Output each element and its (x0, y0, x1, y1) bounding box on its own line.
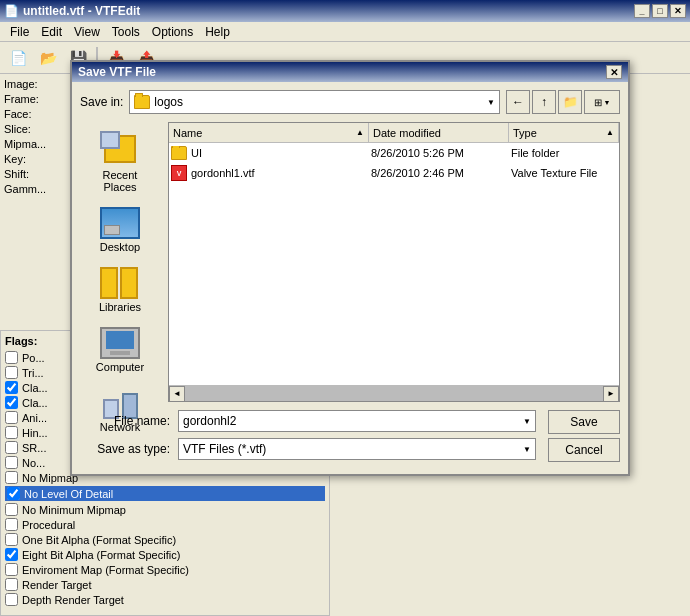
col-date-header[interactable]: Date modified ▲ (369, 123, 509, 142)
menu-edit[interactable]: Edit (35, 23, 68, 41)
savetype-row: Save as type: VTF Files (*.vtf) ▼ (80, 438, 536, 460)
flag-ani-checkbox[interactable] (5, 411, 18, 424)
file-cell-date-ui: 8/26/2010 5:26 PM (371, 147, 511, 159)
nav-desktop[interactable]: Desktop (84, 202, 156, 258)
save-in-label: Save in: (80, 95, 123, 109)
computer-icon (100, 327, 140, 359)
flag-cla2-checkbox[interactable] (5, 396, 18, 409)
mipmap-label: Mipma... (4, 138, 70, 150)
filename-input[interactable]: gordonhl2 ▼ (178, 410, 536, 432)
new-button[interactable]: 📄 (4, 45, 32, 71)
title-bar: 📄 untitled.vtf - VTFEdit _ □ ✕ (0, 0, 690, 22)
flag-cla1-checkbox[interactable] (5, 381, 18, 394)
libraries-icon (100, 267, 140, 299)
window-title: untitled.vtf - VTFEdit (23, 4, 140, 18)
nav-computer[interactable]: Computer (84, 322, 156, 378)
file-cell-type-ui: File folder (511, 147, 617, 159)
save-in-combo[interactable]: logos ▼ (129, 90, 500, 114)
flag-no1-checkbox[interactable] (5, 456, 18, 469)
horizontal-scrollbar[interactable]: ◄ ► (169, 385, 619, 401)
flag-no-lod-checkbox[interactable] (7, 487, 20, 500)
nav-back-button[interactable]: ← (506, 90, 530, 114)
file-list-body[interactable]: UI 8/26/2010 5:26 PM File folder V (169, 143, 619, 385)
flag-sr-checkbox[interactable] (5, 441, 18, 454)
menu-tools[interactable]: Tools (106, 23, 146, 41)
filename-row: File name: gordonhl2 ▼ (80, 410, 536, 432)
dialog-form: File name: gordonhl2 ▼ Save as type: VTF… (80, 410, 620, 466)
type-sort-indicator: ▲ (606, 128, 614, 137)
flag-render-target-checkbox[interactable] (5, 578, 18, 591)
libraries-label: Libraries (99, 301, 141, 313)
menu-view[interactable]: View (68, 23, 106, 41)
file-cell-name-ui: UI (171, 146, 371, 160)
maximize-button[interactable]: □ (652, 4, 668, 18)
flag-env-map: Enviroment Map (Format Specific) (5, 563, 325, 576)
flag-no-mipmap-checkbox[interactable] (5, 471, 18, 484)
filename-label: File name: (80, 414, 170, 428)
close-button[interactable]: ✕ (670, 4, 686, 18)
dialog-cancel-button[interactable]: Cancel (548, 438, 620, 462)
desktop-label: Desktop (100, 241, 140, 253)
flag-one-bit-alpha-checkbox[interactable] (5, 533, 18, 546)
flag-tri-checkbox[interactable] (5, 366, 18, 379)
col-type-header[interactable]: Type ▲ (509, 123, 619, 142)
scroll-track[interactable] (185, 386, 603, 402)
flag-procedural-checkbox[interactable] (5, 518, 18, 531)
flag-hin-checkbox[interactable] (5, 426, 18, 439)
app-icon: 📄 (4, 4, 19, 18)
scroll-left-button[interactable]: ◄ (169, 386, 185, 402)
flag-eight-bit-alpha: Eight Bit Alpha (Format Specific) (5, 548, 325, 561)
desktop-icon (100, 207, 140, 239)
dialog-close-button[interactable]: ✕ (606, 65, 622, 79)
dialog-title-bar: Save VTF File ✕ (72, 62, 628, 82)
gamma-label: Gamm... (4, 183, 70, 195)
file-cell-type-gordon: Valve Texture File (511, 167, 617, 179)
nav-toolbar: ← ↑ 📁 ⊞▼ (506, 90, 620, 114)
shift-label: Shift: (4, 168, 70, 180)
flag-depth-render-target-checkbox[interactable] (5, 593, 18, 606)
menu-file[interactable]: File (4, 23, 35, 41)
combo-dropdown-arrow: ▼ (487, 98, 495, 107)
form-left: File name: gordonhl2 ▼ Save as type: VTF… (80, 410, 536, 466)
view-menu-button[interactable]: ⊞▼ (584, 90, 620, 114)
file-row-gordonhl1[interactable]: V gordonhl1.vtf 8/26/2010 2:46 PM Valve … (169, 163, 619, 183)
dialog-content: Recent Places Desktop Libraries (80, 122, 620, 402)
dialog-title: Save VTF File (78, 65, 156, 79)
flag-eight-bit-alpha-checkbox[interactable] (5, 548, 18, 561)
folder-icon (134, 95, 150, 109)
open-button[interactable]: 📂 (34, 45, 62, 71)
file-cell-date-gordon: 8/26/2010 2:46 PM (371, 167, 511, 179)
nav-new-folder-button[interactable]: 📁 (558, 90, 582, 114)
left-nav: Recent Places Desktop Libraries (80, 122, 160, 402)
flag-no-min-mip-checkbox[interactable] (5, 503, 18, 516)
flag-env-map-checkbox[interactable] (5, 563, 18, 576)
scroll-right-button[interactable]: ► (603, 386, 619, 402)
nav-recent-places[interactable]: Recent Places (84, 126, 156, 198)
file-row-ui[interactable]: UI 8/26/2010 5:26 PM File folder (169, 143, 619, 163)
flag-render-target: Render Target (5, 578, 325, 591)
file-list-header: Name ▲ Date modified ▲ Type ▲ (169, 123, 619, 143)
computer-label: Computer (96, 361, 144, 373)
file-cell-name-gordon: V gordonhl1.vtf (171, 165, 371, 181)
menu-bar: File Edit View Tools Options Help (0, 22, 690, 42)
savetype-dropdown-arrow: ▼ (523, 445, 531, 454)
dialog-body: Save in: logos ▼ ← ↑ 📁 ⊞▼ (72, 82, 628, 474)
minimize-button[interactable]: _ (634, 4, 650, 18)
face-label: Face: (4, 108, 70, 120)
col-name-header[interactable]: Name ▲ (169, 123, 369, 142)
title-bar-controls: _ □ ✕ (634, 4, 686, 18)
savetype-combo[interactable]: VTF Files (*.vtf) ▼ (178, 438, 536, 460)
nav-up-button[interactable]: ↑ (532, 90, 556, 114)
form-buttons: Save Cancel (548, 410, 620, 466)
form-rows: File name: gordonhl2 ▼ Save as type: VTF… (80, 410, 620, 466)
dialog-save-button[interactable]: Save (548, 410, 620, 434)
flag-no-min-mip: No Minimum Mipmap (5, 503, 325, 516)
nav-libraries[interactable]: Libraries (84, 262, 156, 318)
frame-label: Frame: (4, 93, 70, 105)
flag-depth-render-target: Depth Render Target (5, 593, 325, 606)
menu-help[interactable]: Help (199, 23, 236, 41)
menu-options[interactable]: Options (146, 23, 199, 41)
image-label: Image: (4, 78, 70, 90)
recent-places-icon (100, 131, 140, 167)
flag-po-checkbox[interactable] (5, 351, 18, 364)
